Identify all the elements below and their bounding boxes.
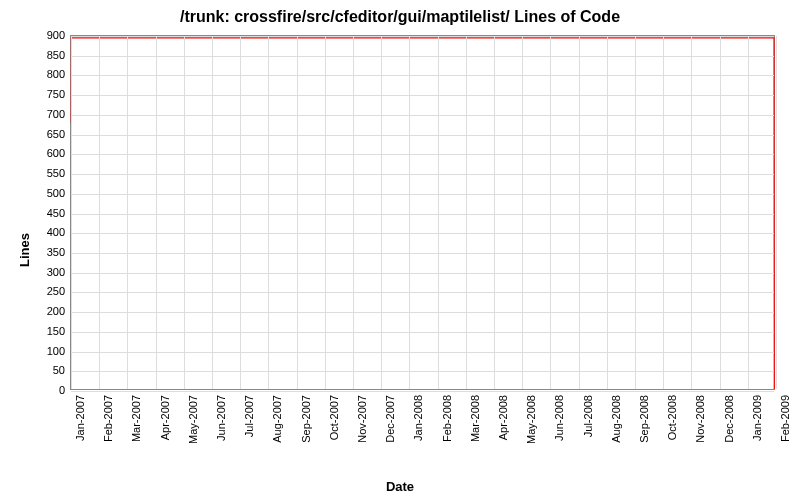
- gridline-v: [325, 36, 326, 389]
- gridline-v: [353, 36, 354, 389]
- y-tick-label: 750: [10, 88, 65, 100]
- gridline-v: [240, 36, 241, 389]
- gridline-h: [71, 135, 774, 136]
- gridline-h: [71, 154, 774, 155]
- gridline-v: [127, 36, 128, 389]
- x-tick-label: Jun-2008: [553, 395, 565, 441]
- gridline-h: [71, 273, 774, 274]
- y-tick-label: 650: [10, 128, 65, 140]
- gridline-v: [776, 36, 777, 389]
- x-tick-label: Mar-2008: [469, 395, 481, 442]
- y-tick-label: 0: [10, 384, 65, 396]
- gridline-h: [71, 391, 774, 392]
- x-axis-label: Date: [386, 479, 414, 494]
- gridline-h: [71, 371, 774, 372]
- x-tick-label: Dec-2007: [384, 395, 396, 443]
- x-tick-label: Apr-2008: [497, 395, 509, 440]
- x-tick-label: Jan-2009: [751, 395, 763, 441]
- gridline-v: [579, 36, 580, 389]
- gridline-v: [184, 36, 185, 389]
- x-tick-label: Apr-2007: [159, 395, 171, 440]
- x-tick-label: Feb-2009: [779, 395, 791, 442]
- line-layer: [71, 36, 774, 389]
- x-tick-label: Nov-2008: [694, 395, 706, 443]
- chart-title: /trunk: crossfire/src/cfeditor/gui/mapti…: [0, 0, 800, 26]
- gridline-h: [71, 352, 774, 353]
- gridline-h: [71, 56, 774, 57]
- gridline-v: [748, 36, 749, 389]
- x-tick-label: Jan-2007: [74, 395, 86, 441]
- x-tick-label: Sep-2007: [300, 395, 312, 443]
- gridline-v: [522, 36, 523, 389]
- chart-container: /trunk: crossfire/src/cfeditor/gui/mapti…: [0, 0, 800, 500]
- y-tick-label: 500: [10, 187, 65, 199]
- y-tick-label: 100: [10, 345, 65, 357]
- gridline-v: [297, 36, 298, 389]
- plot-area: [70, 35, 775, 390]
- y-tick-label: 900: [10, 29, 65, 41]
- y-tick-label: 250: [10, 285, 65, 297]
- x-tick-label: Sep-2008: [638, 395, 650, 443]
- gridline-h: [71, 174, 774, 175]
- y-tick-label: 150: [10, 325, 65, 337]
- x-tick-label: May-2008: [525, 395, 537, 444]
- y-tick-label: 600: [10, 147, 65, 159]
- y-tick-label: 200: [10, 305, 65, 317]
- y-tick-label: 550: [10, 167, 65, 179]
- y-tick-label: 350: [10, 246, 65, 258]
- gridline-v: [494, 36, 495, 389]
- gridline-v: [663, 36, 664, 389]
- gridline-v: [212, 36, 213, 389]
- gridline-h: [71, 233, 774, 234]
- gridline-h: [71, 292, 774, 293]
- gridline-v: [466, 36, 467, 389]
- x-tick-label: Nov-2007: [356, 395, 368, 443]
- x-tick-label: Jul-2008: [582, 395, 594, 437]
- gridline-h: [71, 332, 774, 333]
- y-tick-label: 50: [10, 364, 65, 376]
- gridline-v: [550, 36, 551, 389]
- y-tick-label: 300: [10, 266, 65, 278]
- gridline-h: [71, 115, 774, 116]
- gridline-h: [71, 214, 774, 215]
- gridline-h: [71, 253, 774, 254]
- x-tick-label: Feb-2007: [102, 395, 114, 442]
- gridline-h: [71, 95, 774, 96]
- gridline-v: [438, 36, 439, 389]
- x-tick-label: Aug-2007: [271, 395, 283, 443]
- gridline-v: [71, 36, 72, 389]
- gridline-h: [71, 194, 774, 195]
- x-tick-label: Feb-2008: [441, 395, 453, 442]
- gridline-h: [71, 36, 774, 37]
- x-tick-label: Mar-2007: [130, 395, 142, 442]
- x-tick-label: May-2007: [187, 395, 199, 444]
- gridline-v: [409, 36, 410, 389]
- gridline-v: [156, 36, 157, 389]
- gridline-v: [720, 36, 721, 389]
- y-tick-label: 850: [10, 49, 65, 61]
- x-tick-label: Jun-2007: [215, 395, 227, 441]
- y-tick-label: 400: [10, 226, 65, 238]
- gridline-h: [71, 75, 774, 76]
- gridline-v: [691, 36, 692, 389]
- x-tick-label: Dec-2008: [723, 395, 735, 443]
- gridline-v: [635, 36, 636, 389]
- gridline-v: [381, 36, 382, 389]
- gridline-v: [607, 36, 608, 389]
- x-tick-label: Oct-2007: [328, 395, 340, 440]
- x-tick-label: Oct-2008: [666, 395, 678, 440]
- gridline-h: [71, 312, 774, 313]
- x-tick-label: Jul-2007: [243, 395, 255, 437]
- y-tick-label: 700: [10, 108, 65, 120]
- gridline-v: [99, 36, 100, 389]
- x-tick-label: Jan-2008: [412, 395, 424, 441]
- y-tick-label: 800: [10, 68, 65, 80]
- y-tick-label: 450: [10, 207, 65, 219]
- gridline-v: [268, 36, 269, 389]
- x-tick-label: Aug-2008: [610, 395, 622, 443]
